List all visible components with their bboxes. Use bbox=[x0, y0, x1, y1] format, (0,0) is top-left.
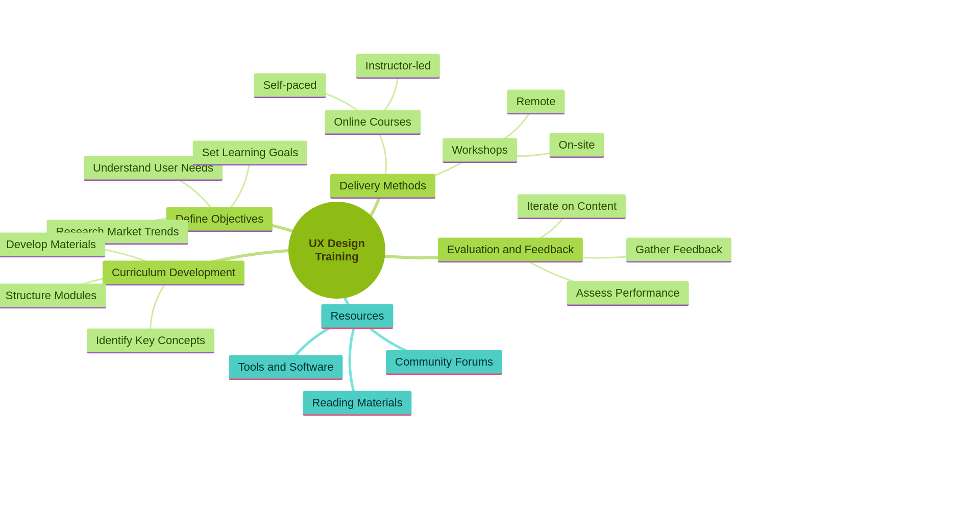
node-develop-materials[interactable]: Develop Materials bbox=[0, 233, 105, 258]
node-iterate-content[interactable]: Iterate on Content bbox=[518, 195, 626, 220]
node-online-courses[interactable]: Online Courses bbox=[325, 110, 421, 135]
node-tools-software[interactable]: Tools and Software bbox=[229, 355, 342, 380]
node-on-site[interactable]: On-site bbox=[550, 133, 604, 158]
node-self-paced[interactable]: Self-paced bbox=[254, 74, 326, 99]
node-workshops[interactable]: Workshops bbox=[443, 138, 517, 163]
node-reading-materials[interactable]: Reading Materials bbox=[303, 391, 411, 416]
center-node[interactable]: UX Design Training bbox=[288, 202, 385, 299]
node-structure-modules[interactable]: Structure Modules bbox=[0, 284, 106, 309]
node-remote[interactable]: Remote bbox=[507, 90, 565, 115]
node-evaluation-feedback[interactable]: Evaluation and Feedback bbox=[438, 238, 583, 263]
node-set-learning-goals[interactable]: Set Learning Goals bbox=[193, 141, 307, 166]
mindmap-container: UX Design TrainingDefine ObjectivesUnder… bbox=[0, 0, 980, 506]
node-community-forums[interactable]: Community Forums bbox=[386, 350, 502, 375]
node-delivery-methods[interactable]: Delivery Methods bbox=[330, 174, 435, 199]
node-instructor-led[interactable]: Instructor-led bbox=[356, 54, 440, 79]
node-identify-key-concepts[interactable]: Identify Key Concepts bbox=[87, 329, 214, 354]
node-assess-performance[interactable]: Assess Performance bbox=[567, 281, 689, 306]
node-curriculum-development[interactable]: Curriculum Development bbox=[103, 261, 244, 286]
node-gather-feedback[interactable]: Gather Feedback bbox=[626, 238, 731, 263]
node-resources[interactable]: Resources bbox=[321, 304, 393, 329]
